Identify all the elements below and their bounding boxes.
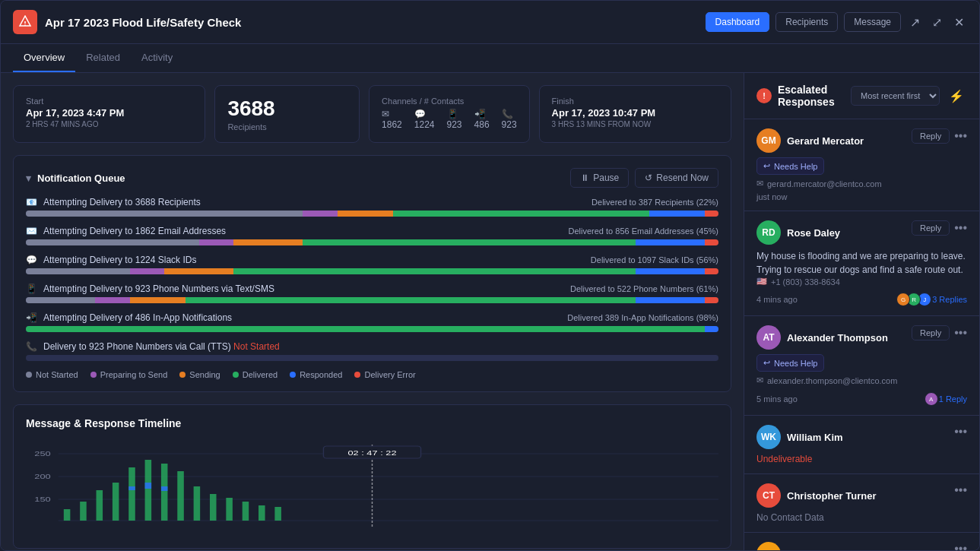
reply-count-alexander[interactable]: A 1 Reply [924,392,967,406]
chart-card: Message & Response Timeline 250 200 150 [13,404,731,549]
svg-text:200: 200 [34,473,50,480]
modal-header: Apr 17 2023 Flood Life/Safety Check Dash… [1,1,979,44]
replies-link-rose[interactable]: G R J 3 Replies [896,293,967,306]
legend-delivered: Delivered [233,370,278,379]
recipients-stat-card: 3688 Recipients [214,85,360,143]
delivery-item-1: 📧Attempting Delivery to 3688 Recipients … [26,197,718,217]
queue-header: ▾ Notification Queue ⏸ Pause ↺ Resend No… [26,168,718,188]
close-button[interactable]: ✕ [951,12,967,33]
name-olivia: Olivia Davis [787,549,843,551]
filter-select[interactable]: Most recent first Oldest first [851,86,940,106]
needs-help-tag-alexander: ↩ Needs Help [756,354,824,372]
responses-filter: Most recent first Oldest first ⚡ [851,86,967,106]
delivery-icon-6: 📞 [26,341,37,352]
svg-rect-20 [210,494,217,521]
reply-button-alexander[interactable]: Reply [912,325,950,340]
channels-label: Channels / # Contacts [382,97,517,106]
legend-responded: Responded [290,370,342,379]
svg-rect-27 [161,486,168,491]
finish-date: Apr 17, 2023 10:47 PM [552,107,718,119]
status-christopher: No Contact Data [756,512,967,523]
delivery-icon-3: 💬 [26,255,37,265]
svg-rect-13 [97,490,103,521]
legend-preparing: Preparing to Send [90,370,168,379]
modal-title: Apr 17 2023 Flood Life/Safety Check [45,16,706,29]
name-william: William Kim [787,432,843,443]
svg-rect-21 [226,498,233,521]
svg-rect-16 [145,460,152,521]
filter-button[interactable]: ⚡ [946,86,967,106]
response-item-william: WK William Kim ••• Undeliverable [744,416,979,474]
chart-area: 250 200 150 [26,445,718,536]
finish-sub: 3 HRS 13 MINS FROM NOW [552,120,718,128]
tab-activity[interactable]: Activity [131,44,183,72]
more-button-gerard[interactable]: ••• [954,129,967,143]
svg-rect-12 [80,502,87,521]
reply-button-rose[interactable]: Reply [912,220,950,236]
tts-progress-bar [26,355,718,361]
response-item-alexander: AT Alexander Thompson Reply ••• ↩ Needs … [744,316,979,416]
svg-text:250: 250 [34,450,50,458]
more-button-william[interactable]: ••• [954,425,967,439]
email-alexander: ✉ alexander.thompson@clientco.com [756,375,967,385]
resend-button[interactable]: ↺ Resend Now [635,168,718,188]
start-label-stat: Start [26,97,192,106]
name-christopher: Christopher Turner [787,490,877,502]
message-button[interactable]: Message [844,12,901,32]
avatar-christopher: CT [756,483,781,508]
responses-title: Escalated Responses [778,84,845,108]
queue-collapse-btn[interactable]: ▾ [26,173,31,184]
dashboard-button[interactable]: Dashboard [706,12,770,32]
svg-rect-14 [113,483,119,521]
responses-header: ! Escalated Responses Most recent first … [744,73,979,119]
expand-button[interactable]: ⤢ [929,12,945,33]
external-link-button[interactable]: ↗ [907,12,923,33]
time-alexander: 5 mins ago [756,394,798,404]
notification-queue-card: ▾ Notification Queue ⏸ Pause ↺ Resend No… [13,155,731,392]
channels-stat-card: Channels / # Contacts ✉ 1862 💬 1224 📱 92… [369,85,530,143]
svg-rect-17 [161,464,168,521]
time-gerard: just now [756,192,967,201]
more-button-olivia[interactable]: ••• [954,542,967,550]
reply-button-gerard[interactable]: Reply [912,128,950,144]
delivery-icon-2: ✉️ [26,226,37,236]
time-rose: 4 mins ago [756,295,798,304]
delivery-item-6: 📞Delivery to 923 Phone Numbers via Call … [26,341,718,361]
response-item-gerard: GM Gerard Mercator Reply ••• ↩ Needs Hel… [744,119,979,211]
svg-rect-22 [243,502,249,521]
recipients-button[interactable]: Recipients [775,12,838,32]
svg-rect-19 [194,486,201,521]
status-william: Undeliverable [756,454,967,464]
avatar-rose: RD [756,220,781,245]
modal-header-actions: Dashboard Recipients Message ↗ ⤢ ✕ [706,12,967,33]
stats-row: Start Apr 17, 2023 4:47 PM 2 HRS 47 MINS… [13,85,731,143]
resend-icon: ↺ [645,173,652,183]
avatar-william: WK [756,425,781,449]
start-sub: 2 HRS 47 MINS AGO [26,120,192,128]
pause-button[interactable]: ⏸ Pause [570,168,629,188]
delivery-icon-4: 📱 [26,283,37,294]
more-button-rose[interactable]: ••• [954,221,967,235]
more-button-christopher[interactable]: ••• [954,483,967,497]
queue-title-text: Notification Queue [37,173,125,184]
response-text-rose: My house is flooding and we are preparin… [756,249,967,277]
legend-sending: Sending [179,370,220,379]
legend-error: Delivery Error [354,370,415,379]
svg-rect-26 [145,483,152,489]
svg-text:02 : 47 : 22: 02 : 47 : 22 [347,449,396,457]
delivery-item-2: ✉️Attempting Delivery to 1862 Email Addr… [26,226,718,245]
finish-stat-card: Finish Apr 17, 2023 10:47 PM 3 HRS 13 MI… [539,85,731,143]
queue-title: ▾ Notification Queue [26,173,125,184]
chart-header: Message & Response Timeline [26,417,718,439]
start-date: Apr 17, 2023 4:47 PM [26,107,192,119]
tab-related[interactable]: Related [75,44,131,72]
svg-rect-18 [177,471,184,521]
main-modal: Apr 17 2023 Flood Life/Safety Check Dash… [0,0,980,551]
more-button-alexander[interactable]: ••• [954,326,967,340]
start-stat-card: Start Apr 17, 2023 4:47 PM 2 HRS 47 MINS… [13,85,205,143]
tab-overview[interactable]: Overview [13,44,75,72]
chart-title: Message & Response Timeline [26,417,181,429]
svg-rect-25 [128,486,135,490]
modal-body: Start Apr 17, 2023 4:47 PM 2 HRS 47 MINS… [1,73,979,550]
recipients-count: 3688 [227,97,347,121]
